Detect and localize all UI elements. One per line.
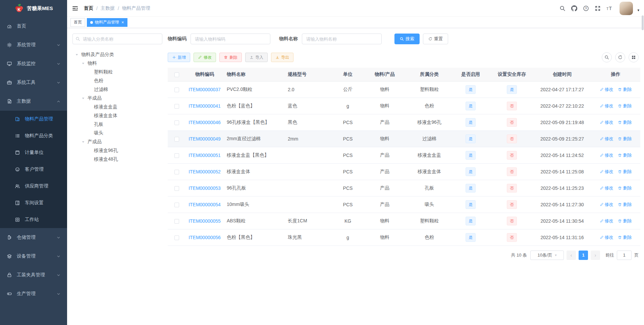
tree-node[interactable]: 物料 bbox=[72, 59, 162, 68]
row-edit-link[interactable]: 修改 bbox=[600, 185, 613, 191]
row-delete-link[interactable]: 删除 bbox=[618, 202, 632, 208]
material-code-link[interactable]: ITEM00000056 bbox=[189, 235, 221, 240]
caret-down-icon[interactable] bbox=[75, 53, 81, 56]
tree-node[interactable]: 移液盒96孔 bbox=[72, 146, 162, 155]
row-delete-link[interactable]: 删除 bbox=[618, 152, 632, 158]
row-edit-link[interactable]: 修改 bbox=[600, 169, 613, 175]
tree-node[interactable]: 产成品 bbox=[72, 138, 162, 146]
row-delete-link[interactable]: 删除 bbox=[618, 119, 632, 125]
sidebar-item-supplier-manage[interactable]: 供应商管理 bbox=[0, 178, 67, 195]
row-edit-link[interactable]: 修改 bbox=[600, 234, 613, 240]
tree-node[interactable]: 吸头 bbox=[72, 129, 162, 138]
row-delete-link[interactable]: 删除 bbox=[618, 185, 632, 191]
show-search-toggle-button[interactable] bbox=[602, 52, 612, 62]
sidebar-item-system-monitor[interactable]: 系统监控 bbox=[0, 54, 67, 73]
row-delete-link[interactable]: 删除 bbox=[618, 136, 632, 142]
row-checkbox[interactable] bbox=[174, 153, 179, 158]
category-search-input[interactable] bbox=[72, 34, 162, 44]
sidebar-item-fixture-manage[interactable]: 工装夹具管理 bbox=[0, 266, 67, 284]
tree-node[interactable]: 物料及产品分类 bbox=[72, 50, 162, 59]
search-icon[interactable] bbox=[559, 5, 566, 12]
row-delete-link[interactable]: 删除 bbox=[618, 169, 632, 175]
sidebar-item-workstation[interactable]: 工作站 bbox=[0, 211, 67, 228]
help-icon[interactable]: ? bbox=[582, 5, 590, 12]
sidebar-collapse-icon[interactable] bbox=[72, 5, 78, 12]
tree-node[interactable]: 移液盒48孔 bbox=[72, 155, 162, 164]
tree-node[interactable]: 移液盒盒体 bbox=[72, 111, 162, 120]
tree-node[interactable]: 过滤棉 bbox=[72, 85, 162, 94]
github-icon[interactable] bbox=[571, 5, 578, 12]
sidebar-item-home[interactable]: 首页 bbox=[0, 17, 67, 36]
next-page-button[interactable]: › bbox=[591, 251, 600, 260]
sidebar-item-system-tools[interactable]: 系统工具 bbox=[0, 73, 67, 92]
row-edit-link[interactable]: 修改 bbox=[600, 103, 613, 109]
caret-down-icon[interactable] bbox=[82, 62, 88, 65]
row-delete-link[interactable]: 删除 bbox=[618, 234, 632, 240]
sidebar-item-equipment-manage[interactable]: 设备管理 bbox=[0, 247, 67, 266]
material-code-link[interactable]: ITEM00000046 bbox=[189, 120, 221, 125]
add-button[interactable]: 新增 bbox=[168, 53, 190, 62]
sidebar-item-material-product-category[interactable]: 物料产品分类 bbox=[0, 127, 67, 144]
material-name-input[interactable] bbox=[302, 34, 382, 44]
tab-material-product-manage[interactable]: 物料产品管理 × bbox=[87, 18, 127, 27]
import-button[interactable]: 导入 bbox=[245, 53, 268, 62]
columns-grid-button[interactable] bbox=[629, 52, 639, 62]
scrollbar-thumb[interactable] bbox=[642, 15, 644, 30]
row-checkbox[interactable] bbox=[174, 219, 179, 224]
row-checkbox[interactable] bbox=[174, 170, 179, 174]
row-edit-link[interactable]: 修改 bbox=[600, 136, 613, 142]
breadcrumb-home[interactable]: 首页 bbox=[84, 5, 93, 11]
row-delete-link[interactable]: 删除 bbox=[618, 103, 632, 109]
tree-node[interactable]: 半成品 bbox=[72, 94, 162, 103]
tree-node[interactable]: 塑料颗粒 bbox=[72, 68, 162, 76]
fullscreen-icon[interactable] bbox=[594, 5, 601, 12]
material-code-link[interactable]: ITEM00000049 bbox=[189, 136, 221, 142]
row-delete-link[interactable]: 删除 bbox=[618, 218, 632, 224]
tree-node[interactable]: 色粉 bbox=[72, 76, 162, 85]
page-size-select[interactable]: 10条/页 ▾ bbox=[530, 251, 564, 260]
sidebar-item-measure-unit[interactable]: 计量单位 bbox=[0, 144, 67, 161]
sidebar-item-material-product-manage[interactable]: 物料产品管理 bbox=[0, 111, 67, 127]
row-checkbox[interactable] bbox=[174, 137, 179, 142]
row-edit-link[interactable]: 修改 bbox=[600, 87, 613, 93]
caret-down-icon[interactable] bbox=[82, 140, 88, 144]
sidebar-item-workshop-settings[interactable]: 车间设置 bbox=[0, 195, 67, 211]
row-checkbox[interactable] bbox=[174, 104, 179, 109]
avatar-caret-down-icon[interactable]: ▾ bbox=[637, 8, 639, 12]
row-checkbox[interactable] bbox=[174, 235, 179, 240]
reset-button[interactable]: 重置 bbox=[423, 34, 448, 44]
row-delete-link[interactable]: 删除 bbox=[618, 87, 632, 93]
delete-button[interactable]: 删除 bbox=[219, 53, 242, 62]
tree-node[interactable]: 移液盒盒盖 bbox=[72, 103, 162, 111]
search-button[interactable]: 搜索 bbox=[394, 34, 420, 44]
row-edit-link[interactable]: 修改 bbox=[600, 119, 613, 125]
goto-page-input[interactable] bbox=[617, 251, 632, 260]
row-checkbox[interactable] bbox=[174, 88, 179, 92]
material-code-link[interactable]: ITEM00000052 bbox=[189, 169, 221, 174]
row-edit-link[interactable]: 修改 bbox=[600, 202, 613, 208]
row-edit-link[interactable]: 修改 bbox=[600, 152, 613, 158]
font-size-icon[interactable]: TT bbox=[606, 5, 613, 12]
close-icon[interactable]: × bbox=[121, 20, 124, 24]
sidebar-item-production-manage[interactable]: 生产管理 bbox=[0, 284, 67, 303]
sidebar-item-system-manage[interactable]: 系统管理 bbox=[0, 36, 67, 54]
sidebar-item-customer-manage[interactable]: 客户管理 bbox=[0, 161, 67, 178]
material-code-link[interactable]: ITEM00000051 bbox=[189, 153, 221, 158]
user-avatar[interactable] bbox=[620, 2, 633, 15]
material-code-link[interactable]: ITEM00000054 bbox=[189, 202, 221, 207]
prev-page-button[interactable]: ‹ bbox=[567, 251, 576, 260]
tab-home[interactable]: 首页 bbox=[70, 18, 85, 27]
sidebar-item-master-data[interactable]: 主数据 bbox=[0, 92, 67, 111]
caret-down-icon[interactable] bbox=[82, 97, 88, 100]
tree-node[interactable]: 孔板 bbox=[72, 120, 162, 129]
material-code-link[interactable]: ITEM00000053 bbox=[189, 185, 221, 191]
material-code-link[interactable]: ITEM00000041 bbox=[189, 103, 221, 109]
row-checkbox[interactable] bbox=[174, 120, 179, 125]
select-all-checkbox[interactable] bbox=[174, 72, 179, 77]
row-checkbox[interactable] bbox=[174, 203, 179, 207]
material-code-input[interactable] bbox=[191, 34, 270, 44]
refresh-button[interactable] bbox=[615, 52, 625, 62]
row-edit-link[interactable]: 修改 bbox=[600, 218, 613, 224]
export-button[interactable]: 导出 bbox=[271, 53, 293, 62]
breadcrumb-master-data[interactable]: 主数据 bbox=[101, 5, 115, 11]
